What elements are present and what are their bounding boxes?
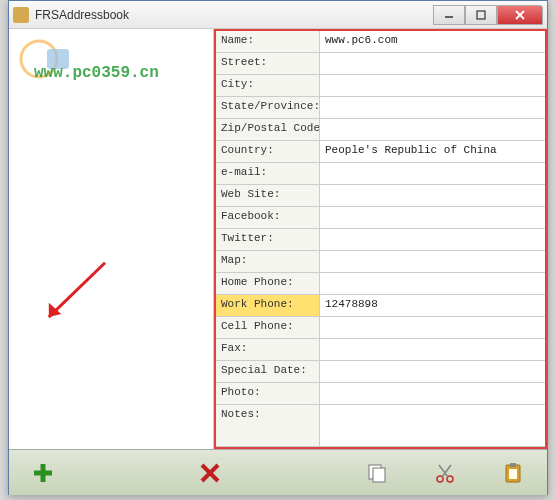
svg-rect-19 [510, 463, 516, 467]
copy-button[interactable] [363, 459, 391, 487]
svg-rect-1 [477, 11, 485, 19]
close-button[interactable] [497, 5, 543, 25]
field-value[interactable]: People's Republic of China [320, 141, 545, 162]
toolbar [9, 449, 547, 495]
field-label: Notes: [216, 405, 320, 446]
field-label: Twitter: [216, 229, 320, 250]
field-value[interactable] [320, 361, 545, 382]
minimize-button[interactable] [433, 5, 465, 25]
field-row: Special Date: [216, 361, 545, 383]
field-row: Street: [216, 53, 545, 75]
field-value[interactable] [320, 405, 545, 446]
field-label: Name: [216, 31, 320, 52]
field-label: Photo: [216, 383, 320, 404]
field-label: State/Province: [216, 97, 320, 118]
field-row: Photo: [216, 383, 545, 405]
field-row: Notes: [216, 405, 545, 447]
field-label: Cell Phone: [216, 317, 320, 338]
field-value[interactable] [320, 229, 545, 250]
field-value[interactable]: www.pc6.com [320, 31, 545, 52]
field-value[interactable] [320, 251, 545, 272]
field-label: Map: [216, 251, 320, 272]
field-row: Map: [216, 251, 545, 273]
field-row: Web Site: [216, 185, 545, 207]
field-row: Cell Phone: [216, 317, 545, 339]
field-value[interactable] [320, 53, 545, 74]
maximize-button[interactable] [465, 5, 497, 25]
field-row: City: [216, 75, 545, 97]
content-area: www.pc0359.cn Name:www.pc6.comStreet:Cit… [9, 29, 547, 449]
close-icon [514, 9, 526, 21]
field-label: Country: [216, 141, 320, 162]
field-value[interactable] [320, 383, 545, 404]
field-value[interactable] [320, 339, 545, 360]
field-row: Facebook: [216, 207, 545, 229]
plus-icon [31, 461, 55, 485]
field-value[interactable] [320, 273, 545, 294]
field-row: Name:www.pc6.com [216, 31, 545, 53]
field-row: Home Phone: [216, 273, 545, 295]
field-value[interactable]: 12478898 [320, 295, 545, 316]
field-row: Fax: [216, 339, 545, 361]
field-value[interactable] [320, 207, 545, 228]
field-value[interactable] [320, 163, 545, 184]
field-label: Street: [216, 53, 320, 74]
field-label: Facebook: [216, 207, 320, 228]
field-label: e-mail: [216, 163, 320, 184]
svg-rect-13 [373, 468, 385, 482]
titlebar[interactable]: FRSAddressbook [9, 1, 547, 29]
annotation-arrow-icon [30, 242, 118, 355]
field-row: e-mail: [216, 163, 545, 185]
delete-button[interactable] [196, 459, 224, 487]
detail-panel: Name:www.pc6.comStreet:City:State/Provin… [214, 29, 547, 449]
field-value[interactable] [320, 119, 545, 140]
app-window: FRSAddressbook www.pc0359.cn [8, 0, 548, 495]
paste-button[interactable] [499, 459, 527, 487]
field-label: Fax: [216, 339, 320, 360]
minimize-icon [444, 10, 454, 20]
x-icon [198, 461, 222, 485]
field-row: Country:People's Republic of China [216, 141, 545, 163]
field-row: Work Phone:12478898 [216, 295, 545, 317]
field-row: State/Province: [216, 97, 545, 119]
field-label: Special Date: [216, 361, 320, 382]
svg-rect-20 [509, 469, 517, 479]
field-value[interactable] [320, 97, 545, 118]
cut-button[interactable] [431, 459, 459, 487]
copy-icon [366, 462, 388, 484]
svg-marker-7 [43, 303, 63, 322]
add-button[interactable] [29, 459, 57, 487]
field-value[interactable] [320, 75, 545, 96]
field-label: Web Site: [216, 185, 320, 206]
window-controls [433, 5, 543, 25]
field-label: City: [216, 75, 320, 96]
field-row: Twitter: [216, 229, 545, 251]
field-value[interactable] [320, 317, 545, 338]
field-label: Work Phone: [216, 295, 320, 316]
maximize-icon [476, 10, 486, 20]
field-label: Zip/Postal Code: [216, 119, 320, 140]
clipboard-icon [502, 462, 524, 484]
app-icon [13, 7, 29, 23]
contact-list-panel[interactable]: www.pc0359.cn [9, 29, 214, 449]
window-title: FRSAddressbook [35, 8, 433, 22]
field-label: Home Phone: [216, 273, 320, 294]
field-value[interactable] [320, 185, 545, 206]
svg-line-6 [49, 251, 105, 329]
scissors-icon [434, 462, 456, 484]
watermark-url: www.pc0359.cn [34, 64, 159, 82]
field-row: Zip/Postal Code: [216, 119, 545, 141]
